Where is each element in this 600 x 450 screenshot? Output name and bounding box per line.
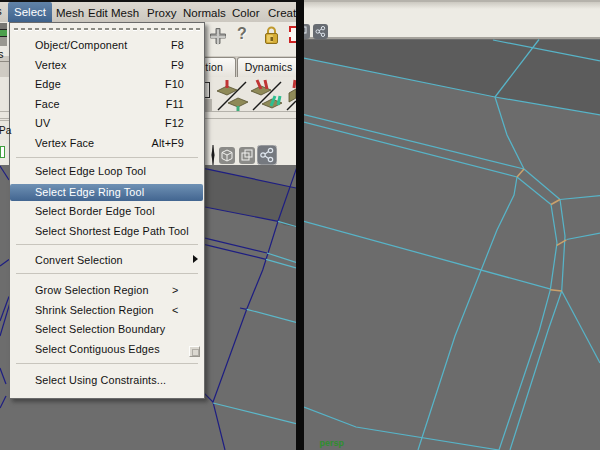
svg-text:persp: persp	[320, 438, 345, 448]
